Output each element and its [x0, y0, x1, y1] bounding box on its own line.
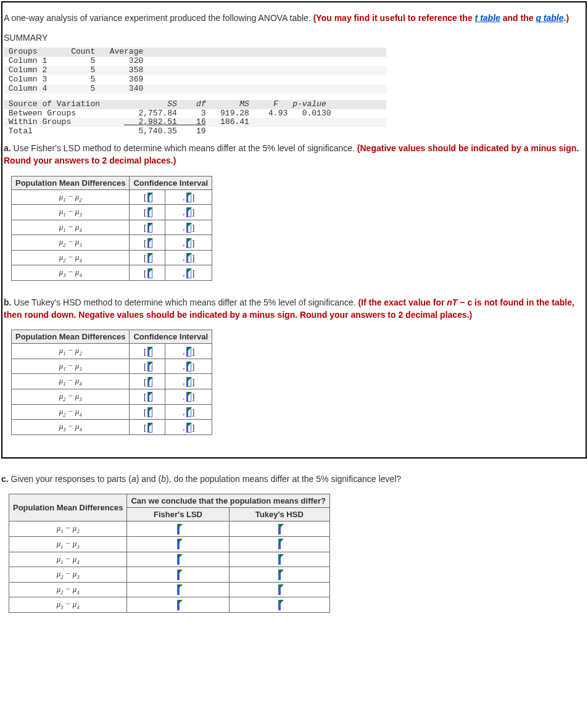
fisher-select[interactable]	[177, 570, 180, 580]
table-row: μ2 − μ4	[9, 582, 330, 597]
t-table-link[interactable]: t table	[475, 13, 500, 23]
table-row: μ3 − μ4	[9, 597, 330, 613]
diff-label: μ1 − μ3	[12, 359, 130, 374]
fisher-select-cell	[127, 521, 229, 537]
ci-upper-input[interactable]	[186, 268, 191, 278]
ci-lower-cell: [	[130, 389, 165, 405]
ci-upper-input[interactable]	[186, 253, 191, 263]
ci-upper-cell: ,]	[165, 189, 212, 205]
fisher-select[interactable]	[177, 600, 180, 610]
ci-upper-cell: ,]	[165, 220, 212, 235]
diff-label: μ2 − μ3	[12, 235, 130, 251]
table-row: μ1 − μ2	[9, 521, 330, 537]
ci-lower-cell: [	[130, 420, 165, 435]
tukey-select-cell	[229, 537, 329, 552]
diff-label: μ1 − μ3	[12, 205, 130, 220]
table-row: μ1 − μ4	[9, 552, 330, 567]
ci-col-interval: Confidence Interval	[130, 330, 212, 344]
ci-lower-cell: [	[130, 404, 165, 420]
table-row: μ3 − μ4[,]	[12, 420, 212, 435]
intro-lead: A one-way analysis of variance experimen…	[4, 13, 313, 23]
ci-upper-input[interactable]	[186, 377, 191, 387]
table-row: μ2 − μ3	[9, 567, 330, 583]
c-col-diff: Population Mean Differences	[9, 494, 127, 521]
fisher-select[interactable]	[177, 554, 180, 565]
intro-text: A one-way analysis of variance experimen…	[4, 12, 584, 24]
fisher-select-cell	[127, 597, 229, 613]
ci-lower-input[interactable]	[147, 207, 152, 217]
ci-upper-input[interactable]	[186, 392, 191, 402]
fisher-select[interactable]	[177, 584, 180, 595]
ci-upper-cell: ,]	[165, 265, 212, 281]
ci-lower-cell: [	[130, 220, 165, 235]
tukey-select[interactable]	[278, 570, 281, 580]
ci-lower-input[interactable]	[147, 253, 152, 263]
c-col-tukey: Tukey's HSD	[229, 508, 329, 521]
diff-label: μ1 − μ4	[9, 552, 127, 567]
tukey-select-cell	[229, 521, 329, 537]
ci-lower-cell: [	[130, 189, 165, 205]
diff-label: μ3 − μ4	[9, 597, 127, 613]
tukey-select[interactable]	[278, 600, 281, 610]
ci-upper-cell: ,]	[165, 205, 212, 220]
ci-lower-input[interactable]	[147, 423, 152, 433]
ci-upper-input[interactable]	[186, 207, 191, 217]
fisher-select-cell	[127, 537, 229, 552]
tukey-select-cell	[229, 582, 329, 597]
part-a-text: a. Use Fisher's LSD method to determine …	[4, 143, 584, 167]
ci-upper-cell: ,]	[165, 404, 212, 420]
table-row: μ2 − μ4[,]	[12, 404, 212, 420]
ci-col-interval: Confidence Interval	[130, 176, 212, 189]
ci-upper-input[interactable]	[186, 238, 191, 248]
tukey-select[interactable]	[278, 524, 281, 534]
ci-lower-input[interactable]	[147, 407, 152, 417]
conclusion-table: Population Mean Differences Can we concl…	[9, 494, 330, 613]
diff-label: μ2 − μ4	[9, 582, 127, 597]
diff-label: μ2 − μ3	[12, 389, 130, 405]
question-frame: A one-way analysis of variance experimen…	[1, 1, 587, 459]
diff-label: μ3 − μ4	[12, 420, 130, 435]
ci-lower-input[interactable]	[147, 193, 152, 202]
fisher-ci-table: Population Mean Differences Confidence I…	[11, 176, 212, 281]
summary-table: Groups Count Average Column 1 5 320 Colu…	[4, 48, 584, 94]
table-row: μ2 − μ4[,]	[12, 250, 212, 265]
tukey-ci-table: Population Mean Differences Confidence I…	[11, 330, 212, 435]
ci-upper-input[interactable]	[186, 193, 191, 202]
ci-lower-input[interactable]	[147, 377, 152, 387]
fisher-select[interactable]	[177, 524, 180, 534]
tukey-select[interactable]	[278, 554, 281, 565]
diff-label: μ2 − μ4	[12, 250, 130, 265]
table-row: μ1 − μ3[,]	[12, 359, 212, 374]
ci-lower-cell: [	[130, 235, 165, 251]
fisher-select-cell	[127, 552, 229, 567]
ci-lower-input[interactable]	[147, 238, 152, 248]
diff-label: μ2 − μ3	[9, 567, 127, 583]
table-row: μ1 − μ3	[9, 537, 330, 552]
ci-upper-input[interactable]	[186, 362, 191, 372]
anova-table: Source of Variation SS df MS F p-value B…	[4, 100, 584, 137]
ci-lower-input[interactable]	[147, 347, 152, 357]
ci-lower-cell: [	[130, 265, 165, 281]
tukey-select-cell	[229, 597, 329, 613]
ci-upper-input[interactable]	[186, 407, 191, 417]
diff-label: μ1 − μ2	[9, 521, 127, 537]
ci-lower-input[interactable]	[147, 223, 152, 233]
ci-upper-cell: ,]	[165, 389, 212, 405]
tukey-select[interactable]	[278, 539, 281, 549]
ci-upper-input[interactable]	[186, 347, 191, 357]
ci-upper-input[interactable]	[186, 423, 191, 433]
q-table-link[interactable]: q table	[536, 13, 563, 23]
table-row: μ1 − μ2[,]	[12, 344, 212, 359]
ci-lower-input[interactable]	[147, 268, 152, 278]
ci-upper-cell: ,]	[165, 420, 212, 435]
c-col-fisher: Fisher's LSD	[127, 508, 229, 521]
ci-lower-input[interactable]	[147, 392, 152, 402]
ci-upper-input[interactable]	[186, 223, 191, 233]
diff-label: μ1 − μ4	[12, 374, 130, 389]
fisher-select-cell	[127, 567, 229, 583]
fisher-select[interactable]	[177, 539, 180, 549]
ci-lower-input[interactable]	[147, 362, 152, 372]
tukey-select[interactable]	[278, 584, 281, 595]
ci-upper-cell: ,]	[165, 250, 212, 265]
part-c-text: c. Given your responses to parts (a) and…	[1, 473, 588, 486]
